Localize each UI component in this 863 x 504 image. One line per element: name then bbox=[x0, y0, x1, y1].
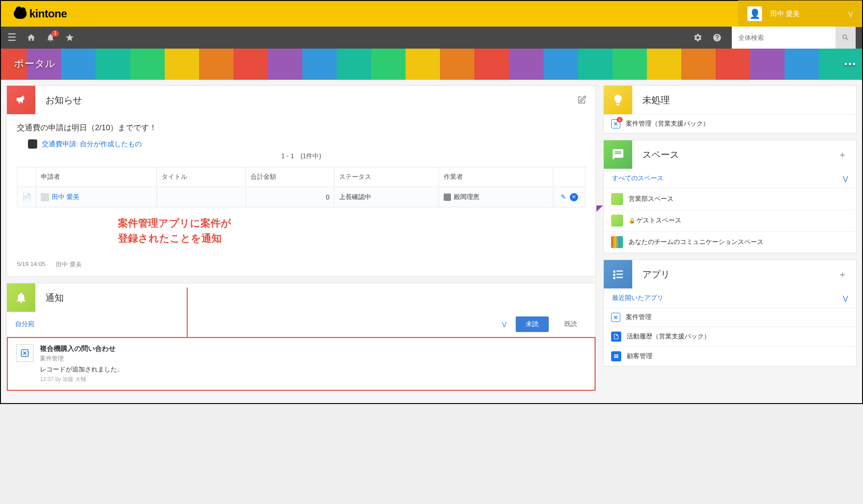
more-icon[interactable]: ••• bbox=[844, 59, 857, 69]
search-button[interactable] bbox=[835, 27, 856, 49]
app-label: 顧客管理 bbox=[627, 352, 652, 360]
spaces-widget: スペース ＋ すべてのスペース ⋁ 営業部スペース 🔒ゲストスペース あなたのチ… bbox=[603, 140, 857, 253]
row-amount: 0 bbox=[245, 187, 334, 207]
chevron-down-icon: ⋁ bbox=[843, 175, 848, 182]
svg-rect-3 bbox=[614, 357, 618, 358]
bell-icon[interactable]: 1 bbox=[46, 33, 55, 42]
edit-icon[interactable] bbox=[572, 90, 592, 110]
chevron-down-icon: ⋁ bbox=[843, 294, 848, 302]
worker-name: 殿岡理恵 bbox=[454, 193, 479, 201]
notif-tab-self[interactable]: 自分宛 bbox=[15, 320, 34, 328]
row-title bbox=[157, 187, 245, 207]
logo[interactable]: kintone bbox=[14, 7, 67, 20]
add-app-button[interactable]: ＋ bbox=[832, 264, 852, 284]
table-row[interactable]: 📄 田中 愛美 0 上長確認中 殿岡理恵 ✎✕ bbox=[17, 187, 585, 207]
app-item[interactable]: 活動履歴（営業支援パック） bbox=[604, 327, 856, 346]
bell-badge: 1 bbox=[51, 30, 59, 37]
announcement-heading: 交通費の申請は明日（2/10）までです！ bbox=[17, 122, 585, 133]
notifications-title: 通知 bbox=[35, 292, 596, 304]
notif-item-message: レコードが追加されました。 bbox=[40, 366, 586, 374]
pending-title: 未処理 bbox=[632, 94, 856, 106]
notification-item[interactable]: 複合機購入の問い合わせ 案件管理 レコードが追加されました。 12:37 by … bbox=[7, 337, 596, 391]
user-name: 田中 愛美 bbox=[770, 10, 840, 18]
space-item[interactable]: 🔒ゲストスペース bbox=[604, 210, 856, 231]
gear-icon[interactable] bbox=[693, 33, 702, 42]
logo-cloud-icon bbox=[14, 9, 27, 19]
lightbulb-icon bbox=[604, 86, 632, 114]
chevron-down-icon[interactable]: ⋁ bbox=[502, 321, 507, 327]
help-icon[interactable] bbox=[713, 33, 722, 42]
applicant-name[interactable]: 田中 愛美 bbox=[52, 193, 79, 201]
app-label: 案件管理 bbox=[626, 313, 651, 321]
pending-label: 案件管理（営業支援パック） bbox=[626, 120, 709, 128]
megaphone-icon bbox=[7, 86, 35, 114]
nav-bar: ☰ 1 bbox=[0, 27, 863, 49]
notif-item-title: 複合機購入の問い合わせ bbox=[40, 344, 586, 353]
chevron-down-icon: ⋁ bbox=[848, 11, 853, 17]
search-input[interactable] bbox=[732, 27, 835, 49]
train-icon bbox=[28, 139, 37, 149]
space-label: 営業部スペース bbox=[629, 195, 674, 203]
col-applicant: 申請者 bbox=[36, 167, 157, 187]
meta-user: 田中 愛美 bbox=[56, 260, 82, 269]
space-item[interactable]: あなたのチームのコミュニケーションスペース bbox=[604, 231, 856, 253]
spaces-title: スペース bbox=[632, 149, 832, 161]
pending-badge: 1 bbox=[617, 117, 623, 122]
app-icon: 1 bbox=[611, 119, 620, 128]
lock-icon: 🔒 bbox=[629, 217, 635, 224]
callout-annotation: 案件管理アプリに案件が 登録されたことを通知 bbox=[118, 216, 585, 246]
app-icon bbox=[16, 344, 33, 362]
col-action bbox=[553, 167, 585, 187]
apps-title: アプリ bbox=[632, 268, 832, 281]
space-thumb-icon bbox=[611, 236, 623, 248]
space-item[interactable]: 営業部スペース bbox=[604, 188, 856, 210]
pager-text: 1 - 1 (1件中) bbox=[17, 152, 585, 161]
announcement-meta: 5/19 14:05 田中 愛美 bbox=[7, 260, 596, 276]
search-icon bbox=[841, 33, 850, 42]
file-icon: 📄 bbox=[22, 193, 31, 201]
row-status: 上長確認中 bbox=[334, 187, 439, 207]
col-worker: 作業者 bbox=[439, 167, 553, 187]
callout-line bbox=[187, 288, 188, 338]
portal-banner: ポータル ••• bbox=[0, 49, 863, 80]
app-item[interactable]: 顧客管理 bbox=[604, 346, 856, 366]
all-spaces-link[interactable]: すべてのスペース ⋁ bbox=[604, 169, 856, 188]
pending-item[interactable]: 1 案件管理（営業支援パック） bbox=[604, 114, 856, 133]
home-icon[interactable] bbox=[27, 33, 36, 42]
pending-widget: 未処理 1 案件管理（営業支援パック） bbox=[603, 85, 857, 133]
notif-item-app: 案件管理 bbox=[40, 354, 586, 363]
recent-apps-link[interactable]: 最近開いたアプリ ⋁ bbox=[604, 288, 856, 308]
meta-date: 5/19 14:05 bbox=[17, 260, 45, 269]
svg-rect-1 bbox=[614, 354, 618, 355]
expense-table: 申請者 タイトル 合計金額 ステータス 作業者 📄 田中 愛美 bbox=[17, 167, 585, 207]
read-button[interactable]: 既読 bbox=[554, 316, 587, 332]
page-title: ポータル bbox=[14, 57, 56, 71]
app-icon bbox=[611, 351, 621, 361]
space-label: あなたのチームのコミュニケーションスペース bbox=[629, 238, 763, 246]
space-label: ゲストスペース bbox=[636, 216, 681, 224]
bell-widget-icon bbox=[7, 283, 35, 312]
app-item[interactable]: 案件管理 bbox=[604, 308, 856, 327]
header-bar: kintone 👤 田中 愛美 ⋁ bbox=[0, 0, 863, 27]
star-icon[interactable] bbox=[65, 33, 74, 42]
announcement-widget: お知らせ 交通費の申請は明日（2/10）までです！ 交通費申請: 自分が作成した… bbox=[6, 85, 596, 277]
col-title: タイトル bbox=[157, 167, 245, 187]
svg-rect-2 bbox=[614, 356, 618, 357]
add-space-button[interactable]: ＋ bbox=[832, 144, 852, 165]
avatar: 👤 bbox=[747, 6, 762, 21]
col-status: ステータス bbox=[334, 167, 439, 187]
notifications-widget: 通知 自分宛 ⋁ 未読 既読 複合機購入の問い合わせ 案件管理 レコードが追加さ… bbox=[6, 283, 596, 391]
app-label: 活動履歴（営業支援パック） bbox=[627, 332, 710, 341]
app-icon bbox=[611, 313, 620, 322]
unread-button[interactable]: 未読 bbox=[516, 316, 549, 332]
space-thumb-icon bbox=[611, 215, 623, 227]
user-menu[interactable]: 👤 田中 愛美 ⋁ bbox=[738, 0, 862, 27]
row-edit-icon[interactable]: ✎ bbox=[561, 193, 566, 201]
app-icon bbox=[611, 332, 621, 342]
logo-text: kintone bbox=[29, 7, 67, 20]
hamburger-icon[interactable]: ☰ bbox=[7, 32, 17, 44]
mini-avatar bbox=[41, 193, 49, 201]
row-delete-icon[interactable]: ✕ bbox=[570, 193, 578, 201]
announcement-link[interactable]: 交通費申請: 自分が作成したもの bbox=[42, 140, 142, 149]
chat-icon bbox=[604, 140, 632, 169]
